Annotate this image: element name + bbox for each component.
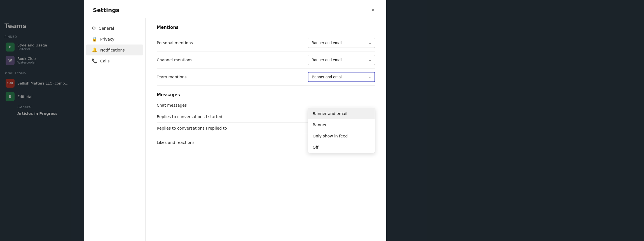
nav-item-calls[interactable]: 📞 Calls — [86, 55, 143, 66]
nav-item-privacy[interactable]: 🔒 Privacy — [86, 34, 143, 45]
nav-label-privacy: Privacy — [100, 37, 114, 41]
nav-item-general[interactable]: ⚙ General — [86, 23, 143, 34]
dialog-title: Settings — [93, 7, 119, 13]
setting-row-team-mentions: Team mentions Banner and email ⌄ — [157, 69, 375, 86]
channel-mentions-dropdown[interactable]: Banner and email ⌄ — [308, 55, 375, 65]
gear-icon: ⚙ — [92, 25, 96, 31]
settings-nav: ⚙ General 🔒 Privacy 🔔 Notifications 📞 Ca… — [84, 18, 146, 241]
nav-label-notifications: Notifications — [100, 48, 125, 52]
settings-dialog: Settings × ⚙ General 🔒 Privacy 🔔 Notific… — [84, 0, 386, 241]
channel-mentions-value: Banner and email — [312, 58, 342, 62]
phone-icon: 📞 — [92, 58, 97, 64]
close-button[interactable]: × — [368, 6, 377, 15]
dropdown-option-banner-email[interactable]: Banner and email — [308, 108, 375, 119]
bell-icon: 🔔 — [92, 47, 97, 53]
chat-messages-label: Chat messages — [157, 103, 187, 107]
replies-replied-label: Replies to conversations I replied to — [157, 126, 227, 130]
dropdown-option-banner[interactable]: Banner — [308, 119, 375, 130]
nav-label-general: General — [99, 26, 114, 31]
team-mentions-dropdown-menu: Banner and email Banner Only show in fee… — [308, 108, 375, 153]
team-mentions-dropdown[interactable]: Banner and email ⌄ — [308, 72, 375, 82]
chevron-down-icon-3: ⌄ — [368, 75, 371, 79]
dialog-header: Settings × — [84, 0, 386, 18]
personal-mentions-label: Personal mentions — [157, 41, 193, 45]
dropdown-option-off[interactable]: Off — [308, 142, 375, 153]
dialog-body: ⚙ General 🔒 Privacy 🔔 Notifications 📞 Ca… — [84, 18, 386, 241]
mentions-section-title: Mentions — [157, 25, 375, 30]
personal-mentions-dropdown[interactable]: Banner and email ⌄ — [308, 38, 375, 48]
nav-item-notifications[interactable]: 🔔 Notifications — [86, 45, 143, 55]
channel-mentions-label: Channel mentions — [157, 58, 192, 62]
lock-icon: 🔒 — [92, 36, 97, 42]
messages-section-title: Messages — [157, 92, 375, 97]
chevron-down-icon-2: ⌄ — [369, 58, 371, 62]
dropdown-option-only-show-in-feed[interactable]: Only show in feed — [308, 130, 375, 142]
personal-mentions-value: Banner and email — [312, 41, 342, 45]
likes-reactions-label: Likes and reactions — [157, 140, 195, 145]
team-mentions-value: Banner and email — [312, 75, 343, 79]
setting-row-channel-mentions: Channel mentions Banner and email ⌄ — [157, 52, 375, 69]
nav-label-calls: Calls — [100, 59, 109, 63]
chevron-down-icon: ⌄ — [369, 41, 371, 45]
settings-content: Mentions Personal mentions Banner and em… — [146, 18, 386, 241]
replies-started-label: Replies to conversations I started — [157, 114, 222, 119]
setting-row-personal-mentions: Personal mentions Banner and email ⌄ — [157, 34, 375, 52]
team-mentions-label: Team mentions — [157, 75, 187, 79]
